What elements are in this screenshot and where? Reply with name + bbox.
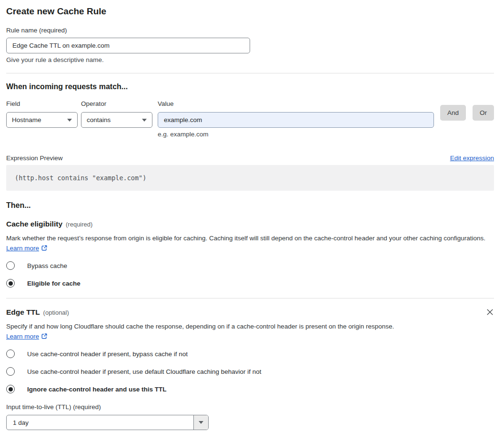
cache-eligibility-heading-row: Cache eligibility (required) (6, 219, 494, 228)
rule-name-input[interactable] (6, 38, 250, 53)
edge-ttl-optional-label: (optional) (43, 309, 69, 316)
radio-use-header-bypass[interactable]: Use cache-control header if present, byp… (6, 350, 494, 358)
value-input[interactable] (158, 112, 434, 128)
or-button[interactable]: Or (473, 105, 494, 121)
and-button[interactable]: And (440, 105, 466, 121)
external-link-icon (41, 244, 48, 254)
expression-preview-row: Expression Preview Edit expression (6, 154, 494, 162)
create-cache-rule-form: Create new Cache Rule Rule name (require… (6, 0, 494, 430)
radio-bypass-cache[interactable]: Bypass cache (6, 261, 494, 270)
chevron-down-icon (199, 421, 203, 424)
cache-eligibility-description: Mark whether the request’s response from… (6, 233, 488, 254)
operator-label: Operator (81, 100, 152, 107)
match-condition-row: Field Hostname Operator contains Value e… (6, 100, 494, 138)
radio-eligible-for-cache[interactable]: Eligible for cache (6, 279, 494, 288)
edit-expression-link[interactable]: Edit expression (450, 154, 494, 162)
operator-select-value: contains (87, 116, 111, 123)
field-label: Field (6, 100, 78, 107)
value-helper: e.g. example.com (158, 131, 434, 138)
section-divider (6, 73, 494, 73)
radio-label: Bypass cache (27, 262, 67, 269)
expression-preview-label: Expression Preview (6, 154, 63, 162)
edge-ttl-description-text: Specify if and how long Cloudflare shoul… (6, 323, 394, 330)
chevron-down-icon (67, 119, 72, 122)
ttl-input-label: Input time-to-live (TTL) (required) (6, 403, 494, 411)
edge-ttl-heading-row: Edge TTL (optional) (6, 308, 494, 317)
edge-ttl-learn-more-link[interactable]: Learn more (6, 333, 39, 340)
cache-eligibility-learn-more-link[interactable]: Learn more (6, 245, 39, 252)
radio-icon (6, 279, 15, 288)
edge-ttl-description: Specify if and how long Cloudflare shoul… (6, 321, 405, 342)
radio-icon (6, 350, 15, 358)
radio-icon (6, 261, 15, 270)
chevron-down-icon (142, 119, 147, 122)
radio-label: Use cache-control header if present, byp… (27, 350, 188, 358)
section-divider (6, 298, 494, 298)
field-select-value: Hostname (12, 116, 41, 123)
external-link-icon (41, 332, 48, 342)
rule-name-helper: Give your rule a descriptive name. (6, 56, 494, 64)
page-title: Create new Cache Rule (6, 0, 494, 17)
ttl-combobox-dropdown-button[interactable] (193, 415, 208, 430)
rule-name-label: Rule name (required) (6, 27, 494, 34)
edge-ttl-heading: Edge TTL (6, 308, 40, 317)
field-select[interactable]: Hostname (6, 112, 78, 128)
match-section-heading: When incoming requests match... (6, 82, 494, 91)
value-label: Value (158, 100, 434, 107)
operator-select[interactable]: contains (81, 112, 152, 128)
ttl-combobox-value: 1 day (7, 415, 193, 430)
radio-icon (6, 385, 15, 393)
cache-eligibility-required-label: (required) (66, 221, 92, 228)
expression-code: (http.host contains "example.com") (6, 165, 494, 191)
ttl-combobox[interactable]: 1 day (6, 415, 209, 430)
radio-label: Use cache-control header if present, use… (27, 368, 262, 375)
then-heading: Then... (6, 201, 494, 210)
radio-icon (6, 367, 15, 376)
cache-eligibility-description-text: Mark whether the request’s response from… (6, 235, 485, 242)
radio-ignore-header-use-ttl[interactable]: Ignore cache-control header and use this… (6, 385, 494, 393)
radio-use-header-default[interactable]: Use cache-control header if present, use… (6, 367, 494, 376)
close-icon[interactable] (486, 308, 494, 316)
radio-label: Eligible for cache (27, 280, 81, 287)
cache-eligibility-heading: Cache eligibility (6, 219, 62, 228)
radio-label: Ignore cache-control header and use this… (27, 386, 167, 393)
